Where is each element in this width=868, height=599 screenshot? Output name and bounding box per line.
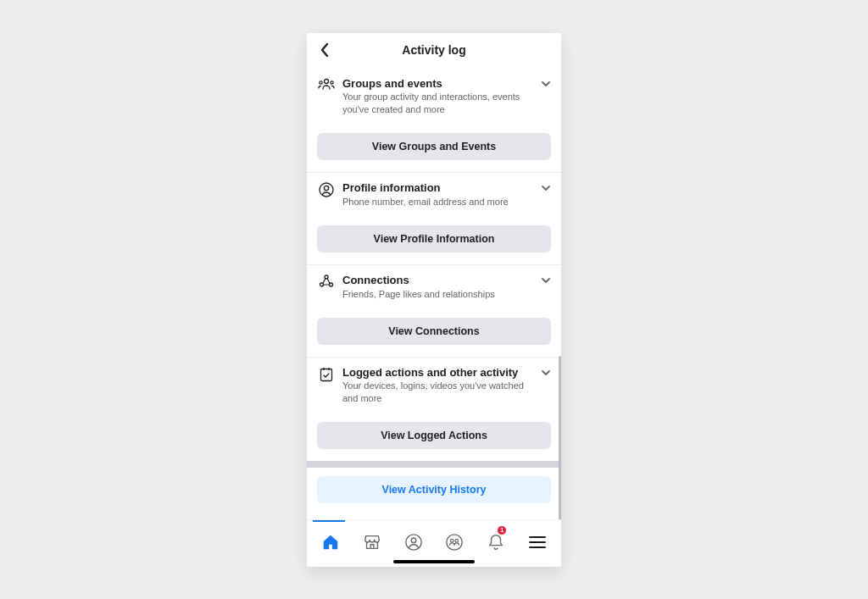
svg-point-0 [325,79,329,83]
section-title: Profile information [342,181,534,196]
view-logged-actions-button[interactable]: View Logged Actions [317,422,551,449]
nav-notifications[interactable]: 1 [476,522,517,563]
nav-profile[interactable] [392,522,434,563]
section-row-connections[interactable]: Connections Friends, Page likes and rela… [317,265,551,309]
view-groups-events-button[interactable]: View Groups and Events [317,133,551,160]
hamburger-icon [529,535,546,549]
section-connections: Connections Friends, Page likes and rela… [307,265,561,358]
notification-badge: 1 [497,525,507,535]
section-text: Connections Friends, Page likes and rela… [342,274,551,301]
bell-icon [487,533,505,552]
nav-marketplace[interactable] [352,522,393,563]
section-title: Groups and events [342,77,534,92]
svg-point-1 [320,80,322,83]
page-title: Activity log [402,43,465,57]
nav-groups[interactable] [434,522,476,563]
chevron-down-icon [541,277,551,284]
section-row-logged-actions[interactable]: Logged actions and other activity Your d… [317,358,551,414]
section-logged-actions: Logged actions and other activity Your d… [307,358,561,450]
section-subtitle: Phone number, email address and more [342,196,534,208]
home-indicator [393,560,475,563]
mobile-screen: Activity log Groups and events [307,33,561,567]
nav-menu[interactable] [516,522,558,563]
activity-history-wrap: View Activity History [307,468,561,515]
section-separator [307,461,561,468]
section-text: Profile information Phone number, email … [342,181,551,208]
section-subtitle: Your devices, logins, videos you've watc… [342,380,534,405]
view-connections-button[interactable]: View Connections [317,318,551,345]
chevron-left-icon [320,43,329,57]
section-text: Groups and events Your group activity an… [342,77,551,117]
section-title: Logged actions and other activity [342,366,534,380]
nav-home[interactable] [310,522,352,563]
svg-point-12 [451,539,454,542]
svg-point-2 [331,80,333,83]
section-subtitle: Friends, Page likes and relationships [342,288,534,301]
section-row-groups-events[interactable]: Groups and events Your group activity an… [317,69,551,125]
svg-point-7 [330,283,333,286]
section-profile-info: Profile information Phone number, email … [307,173,561,265]
home-icon [321,533,340,552]
svg-point-10 [411,538,416,543]
svg-rect-8 [321,369,332,380]
groups-nav-icon [445,533,464,552]
section-text: Logged actions and other activity Your d… [342,366,551,406]
section-subtitle: Your group activity and interactions, ev… [342,91,534,116]
back-button[interactable] [315,38,334,62]
view-activity-history-button[interactable]: View Activity History [317,476,551,503]
chevron-down-icon [541,80,551,87]
content-scroll[interactable]: Groups and events Your group activity an… [307,69,561,519]
header-bar: Activity log [307,33,561,69]
section-row-profile-info[interactable]: Profile information Phone number, email … [317,173,551,217]
chevron-down-icon [541,185,551,191]
connections-icon [317,275,336,288]
svg-point-6 [320,283,324,286]
profile-nav-icon [404,533,423,552]
profile-icon [317,182,336,197]
group-icon [317,78,336,90]
svg-point-11 [447,535,462,550]
marketplace-icon [363,533,381,552]
section-groups-events: Groups and events Your group activity an… [307,69,561,174]
chevron-down-icon [541,369,551,376]
svg-point-13 [455,539,459,542]
logged-actions-icon [317,367,336,382]
svg-point-4 [324,186,328,190]
scrollbar-thumb[interactable] [559,356,561,519]
view-profile-info-button[interactable]: View Profile Information [317,225,551,252]
section-title: Connections [342,274,534,288]
